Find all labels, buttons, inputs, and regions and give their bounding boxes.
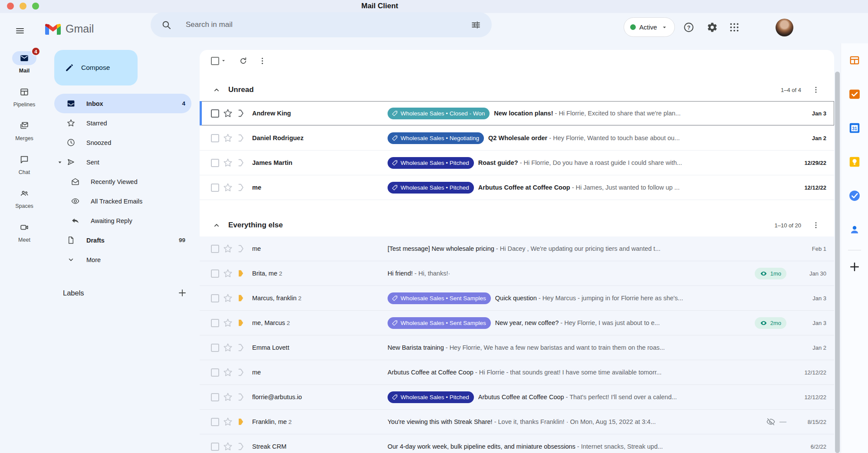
tasks-icon[interactable] xyxy=(841,179,868,213)
sidebar-item-drafts[interactable]: Drafts99 xyxy=(54,230,191,250)
streak-pipeline-flag-icon[interactable] xyxy=(236,342,246,353)
collapse-section-button[interactable] xyxy=(212,85,221,95)
sidebar-item-more[interactable]: More xyxy=(54,250,191,269)
pipeline-stage-badge[interactable]: Wholesale Sales • Sent Samples xyxy=(388,317,491,329)
rail-pill[interactable] xyxy=(12,153,36,167)
star-icon[interactable] xyxy=(223,133,233,143)
email-row[interactable]: Emma LovettNew Barista training - Hey Fl… xyxy=(200,335,834,360)
row-checkbox[interactable] xyxy=(211,269,219,278)
streak-pipeline-flag-icon[interactable] xyxy=(236,441,246,452)
sidebar-item-awaiting-reply[interactable]: Awaiting Reply xyxy=(54,211,191,230)
row-checkbox[interactable] xyxy=(211,443,219,451)
email-row[interactable]: Daniel RodriguezWholesale Sales • Negoti… xyxy=(200,126,834,151)
star-icon[interactable] xyxy=(223,441,233,452)
streak-pipeline-flag-icon[interactable] xyxy=(236,392,246,402)
more-options-button[interactable] xyxy=(253,52,271,69)
row-checkbox[interactable] xyxy=(211,319,219,327)
refresh-button[interactable] xyxy=(234,52,252,69)
email-row[interactable]: Marcus, franklin 2Wholesale Sales • Sent… xyxy=(200,286,834,311)
email-row[interactable]: me, Marcus 2Wholesale Sales • Sent Sampl… xyxy=(200,311,834,335)
row-checkbox[interactable] xyxy=(211,184,219,192)
streak-pipeline-flag-icon[interactable] xyxy=(236,367,246,378)
row-checkbox[interactable] xyxy=(211,418,219,426)
sidebar-item-inbox[interactable]: Inbox4 xyxy=(54,94,191,113)
search-options-icon[interactable] xyxy=(470,20,481,30)
rail-item-spaces[interactable]: Spaces xyxy=(0,187,49,220)
settings-button[interactable] xyxy=(703,18,722,37)
sidebar-item-recently-viewed[interactable]: Recently Viewed xyxy=(54,172,191,191)
pipeline-stage-badge[interactable]: Wholesale Sales • Pitched xyxy=(388,391,474,403)
row-checkbox[interactable] xyxy=(211,344,219,352)
search-bar[interactable] xyxy=(151,12,492,37)
pipeline-stage-badge[interactable]: Wholesale Sales • Closed - Won xyxy=(388,108,490,119)
apps-grid-button[interactable] xyxy=(725,18,744,37)
section-more-button[interactable] xyxy=(807,81,825,98)
row-checkbox[interactable] xyxy=(211,368,219,377)
streak-pipelines-icon[interactable] xyxy=(841,43,868,77)
compose-button[interactable]: Compose xyxy=(54,50,138,85)
email-row[interactable]: Andrew KingWholesale Sales • Closed - Wo… xyxy=(200,101,834,126)
email-row[interactable]: meWholesale Sales • PitchedArbutus Coffe… xyxy=(200,175,834,200)
star-icon[interactable] xyxy=(223,367,233,378)
streak-pipeline-flag-icon[interactable] xyxy=(236,268,246,279)
email-row[interactable]: florrie@arbutus.ioWholesale Sales • Pitc… xyxy=(200,385,834,410)
streak-pipeline-flag-icon[interactable] xyxy=(236,133,246,143)
rail-item-mail[interactable]: 4Mail xyxy=(0,51,49,85)
star-icon[interactable] xyxy=(223,182,233,193)
rail-pill[interactable] xyxy=(12,85,36,99)
sidebar-item-snoozed[interactable]: Snoozed xyxy=(54,133,191,152)
star-icon[interactable] xyxy=(223,392,233,402)
pipeline-stage-badge[interactable]: Wholesale Sales • Pitched xyxy=(388,157,474,169)
streak-pipeline-flag-icon[interactable] xyxy=(236,158,246,168)
streak-pipeline-flag-icon[interactable] xyxy=(236,318,246,328)
star-icon[interactable] xyxy=(223,268,233,279)
streak-check-icon[interactable] xyxy=(841,77,868,111)
star-icon[interactable] xyxy=(223,293,233,303)
star-icon[interactable] xyxy=(223,108,233,118)
email-row[interactable]: Franklin, me 2You're viewing this with S… xyxy=(200,410,834,434)
email-row[interactable]: Brita, me 2Hi friend! - Hi, thanks!·1moJ… xyxy=(200,261,834,286)
row-checkbox[interactable] xyxy=(211,109,219,118)
star-icon[interactable] xyxy=(223,158,233,168)
gmail-logo[interactable]: Gmail xyxy=(45,23,94,35)
email-row[interactable]: meArbutus Coffee at Coffee Coop - Hi Flo… xyxy=(200,360,834,385)
rail-pill[interactable] xyxy=(12,119,36,133)
section-more-button[interactable] xyxy=(807,217,825,234)
streak-pipeline-flag-icon[interactable] xyxy=(236,293,246,303)
email-row[interactable]: James MartinWholesale Sales • PitchedRoa… xyxy=(200,151,834,175)
sidebar-item-all-tracked-emails[interactable]: All Tracked Emails xyxy=(54,191,191,211)
select-dropdown-icon[interactable] xyxy=(220,57,227,65)
rail-pill[interactable] xyxy=(12,220,36,234)
add-label-button[interactable] xyxy=(177,288,187,298)
star-icon[interactable] xyxy=(223,417,233,427)
keep-icon[interactable] xyxy=(841,145,868,179)
pipeline-stage-badge[interactable]: Wholesale Sales • Sent Samples xyxy=(388,292,491,304)
email-row[interactable]: me[Test message] New wholesale pricing -… xyxy=(200,236,834,261)
email-row[interactable]: Streak CRMOur 4-day work week, bulk pipe… xyxy=(200,434,834,453)
row-checkbox[interactable] xyxy=(211,134,219,142)
rail-item-chat[interactable]: Chat xyxy=(0,153,49,187)
row-checkbox[interactable] xyxy=(211,245,219,253)
streak-pipeline-flag-icon[interactable] xyxy=(236,182,246,193)
star-icon[interactable] xyxy=(223,243,233,254)
star-icon[interactable] xyxy=(223,342,233,353)
search-icon[interactable] xyxy=(161,20,172,30)
scrollbar[interactable] xyxy=(835,72,840,453)
pipeline-stage-badge[interactable]: Wholesale Sales • Negotiating xyxy=(388,132,484,144)
rail-pill[interactable] xyxy=(12,187,36,200)
search-input[interactable] xyxy=(185,20,470,30)
row-checkbox[interactable] xyxy=(211,159,219,167)
get-addons-icon[interactable] xyxy=(841,254,868,280)
row-checkbox[interactable] xyxy=(211,294,219,302)
sidebar-item-sent[interactable]: Sent xyxy=(54,152,191,172)
help-button[interactable]: ? xyxy=(679,18,698,37)
contacts-icon[interactable] xyxy=(841,213,868,246)
account-avatar[interactable] xyxy=(776,19,793,36)
select-all-checkbox[interactable] xyxy=(211,57,219,65)
pipeline-stage-badge[interactable]: Wholesale Sales • Pitched xyxy=(388,182,474,194)
rail-item-meet[interactable]: Meet xyxy=(0,220,49,254)
sidebar-item-starred[interactable]: Starred xyxy=(54,113,191,133)
rail-item-merges[interactable]: Merges xyxy=(0,119,49,153)
expander-caret-icon[interactable] xyxy=(56,158,64,166)
streak-pipeline-flag-icon[interactable] xyxy=(236,417,246,427)
